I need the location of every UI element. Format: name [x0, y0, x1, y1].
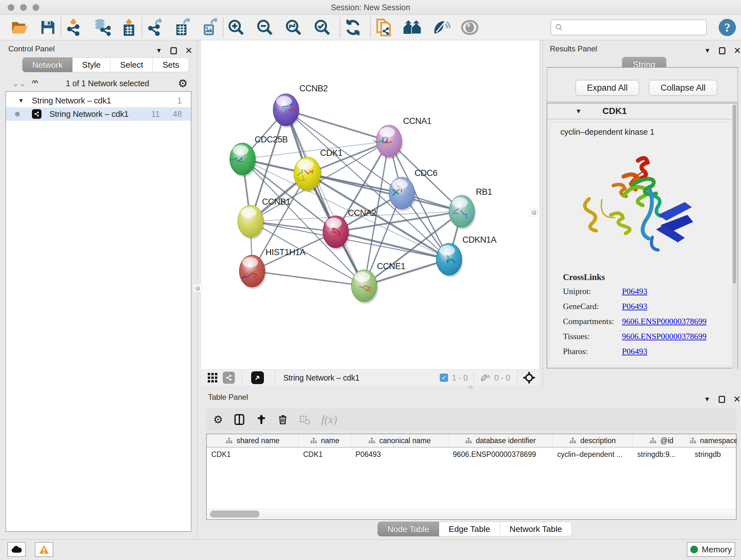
tab-sets[interactable]: Sets [153, 57, 189, 72]
network-canvas[interactable]: CCNB2CCNA1CDC25BCDK1CDC6RB1CCNB1CCNA2CDK… [201, 40, 540, 369]
node-label-CCNB2: CCNB2 [299, 84, 328, 93]
network-edge[interactable] [252, 271, 364, 286]
table-panel-collapse-icon[interactable]: ▼ [704, 395, 711, 403]
crosslink-link[interactable]: 9606.ENSP00000378699 [622, 332, 706, 341]
network-options-gear-icon[interactable]: ⚙ [178, 77, 188, 90]
help-button[interactable]: ? [719, 19, 736, 36]
import-network-file-icon[interactable] [64, 18, 84, 37]
string-network-graph[interactable]: CCNB2CCNA1CDC25BCDK1CDC6RB1CCNB1CCNA2CDK… [201, 40, 540, 369]
zoom-selected-icon[interactable] [313, 18, 332, 37]
network-node-CDC6[interactable]: CDC6 [389, 168, 437, 211]
string-home-icon[interactable] [403, 18, 422, 37]
protein-caret-icon[interactable]: ▼ [576, 108, 582, 115]
network-node-HIST1H1A[interactable]: HIST1H1A [239, 247, 306, 289]
crosslink-link[interactable]: P06493 [622, 302, 647, 311]
tab-select[interactable]: Select [111, 57, 153, 72]
network-row[interactable]: String Network – cdk1 11 48 [6, 107, 191, 121]
function-builder-icon[interactable]: f(x) [321, 413, 337, 426]
crosslink-link[interactable]: 9606.ENSP00000378699 [622, 317, 706, 326]
warnings-button[interactable] [35, 542, 53, 557]
tab-edge-table[interactable]: Edge Table [439, 522, 500, 537]
grid-view-icon[interactable] [207, 372, 218, 383]
collapse-all-button[interactable]: Collapse All [649, 80, 718, 96]
zoom-fit-icon[interactable] [284, 18, 303, 37]
export-table-icon[interactable] [173, 18, 192, 37]
import-network-database-icon[interactable] [92, 18, 111, 37]
cell-namespace[interactable]: stringdb [690, 448, 737, 461]
show-columns-icon[interactable] [233, 414, 245, 426]
cell-database-identifier[interactable]: 9606.ENSP00000378699 [448, 448, 553, 461]
expand-all-networks-icon[interactable]: ⌄⌄ [12, 78, 26, 88]
collapse-all-networks-icon[interactable]: ^^ [32, 78, 37, 88]
cell-canonical-name[interactable]: P06493 [351, 448, 448, 461]
hidden-eye-icon[interactable] [480, 372, 490, 383]
network-view-mode-icon[interactable] [223, 372, 235, 384]
cell-shared-name[interactable]: CDK1 [207, 448, 299, 461]
refresh-icon[interactable] [343, 18, 362, 37]
copy-network-icon[interactable] [374, 18, 393, 37]
network-node-CDKN1A[interactable]: CDKN1A [436, 235, 496, 277]
table-row[interactable]: CDK1CDK1P064939606.ENSP00000378699cyclin… [207, 448, 736, 461]
column-header-name[interactable]: name [299, 434, 351, 447]
network-edge[interactable] [286, 110, 364, 286]
cell--id[interactable]: stringdb:9... [633, 448, 690, 461]
crosslink-link[interactable]: P06493 [622, 347, 647, 356]
network-node-RB1[interactable]: RB1 [449, 187, 492, 229]
delete-table-icon[interactable] [299, 414, 310, 425]
zoom-in-icon[interactable] [226, 18, 246, 37]
tab-style[interactable]: Style [72, 57, 111, 72]
network-node-CCNB2[interactable]: CCNB2 [273, 84, 328, 128]
protein-section-header[interactable]: ▼ CDK1 [547, 104, 738, 119]
selected-checkbox-icon[interactable]: ✓ [440, 374, 448, 382]
table-options-gear-icon[interactable]: ⚙ [213, 413, 223, 426]
column-header-description[interactable]: description [553, 434, 633, 447]
table-panel-close-icon[interactable]: ✕ [733, 394, 741, 405]
table-panel-float-icon[interactable] [719, 396, 725, 403]
results-scrollbar[interactable] [732, 104, 737, 368]
tab-node-table[interactable]: Node Table [378, 522, 439, 537]
import-table-file-icon[interactable] [119, 18, 138, 37]
expand-all-button[interactable]: Expand All [576, 80, 639, 96]
results-panel-collapse-icon[interactable]: ▼ [704, 47, 711, 54]
column-header-namespace[interactable]: namespace [690, 434, 737, 447]
results-panel-close-icon[interactable]: ✕ [734, 45, 741, 56]
network-edge[interactable] [286, 110, 389, 141]
right-splitter-handle[interactable] [530, 208, 538, 216]
results-panel-float-icon[interactable] [719, 47, 725, 54]
network-node-CDC25B[interactable]: CDC25B [230, 135, 288, 177]
zoom-out-icon[interactable] [255, 18, 274, 37]
show-all-icon[interactable] [460, 18, 479, 37]
control-panel-collapse-icon[interactable]: ▼ [156, 47, 162, 54]
network-node-CCNA1[interactable]: CCNA1 [374, 116, 431, 159]
column-header-shared-name[interactable]: shared name [207, 434, 299, 447]
cloud-status-button[interactable] [7, 542, 26, 557]
open-file-icon[interactable] [10, 18, 29, 37]
pan-crosshair-icon[interactable] [523, 371, 536, 384]
birds-eye-view-icon[interactable] [251, 371, 264, 384]
tab-network-table[interactable]: Network Table [500, 522, 572, 537]
left-splitter-handle[interactable] [193, 284, 202, 293]
collection-caret-icon[interactable]: ▼ [18, 98, 24, 104]
cell-name[interactable]: CDK1 [299, 448, 351, 461]
network-node-CCNE1[interactable]: CCNE1 [351, 261, 405, 304]
network-collection-row[interactable]: ▼ String Network – cdk1 1 [6, 94, 191, 107]
add-column-icon[interactable] [256, 414, 267, 426]
column-header-canonical-name[interactable]: canonical name [351, 434, 448, 447]
save-session-icon[interactable] [38, 18, 57, 37]
hide-selected-icon[interactable] [431, 18, 451, 37]
cell-description[interactable]: cyclin–dependent ... [553, 448, 633, 461]
memory-button[interactable]: Memory [687, 542, 735, 557]
control-panel-close-icon[interactable]: ✕ [185, 45, 192, 56]
delete-column-icon[interactable] [278, 414, 288, 426]
export-image-icon[interactable] [200, 18, 219, 37]
search-box[interactable] [550, 19, 707, 36]
control-panel-float-icon[interactable] [171, 47, 177, 54]
table-horizontal-scrollbar[interactable] [207, 509, 735, 518]
column-header--id[interactable]: @id [633, 434, 690, 447]
network-edge[interactable] [307, 174, 462, 211]
column-header-database-identifier[interactable]: database identifier [448, 434, 553, 447]
tab-network[interactable]: Network [22, 57, 72, 72]
crosslink-link[interactable]: P06493 [622, 287, 647, 296]
search-input[interactable] [563, 23, 697, 32]
export-network-icon[interactable] [145, 18, 165, 37]
